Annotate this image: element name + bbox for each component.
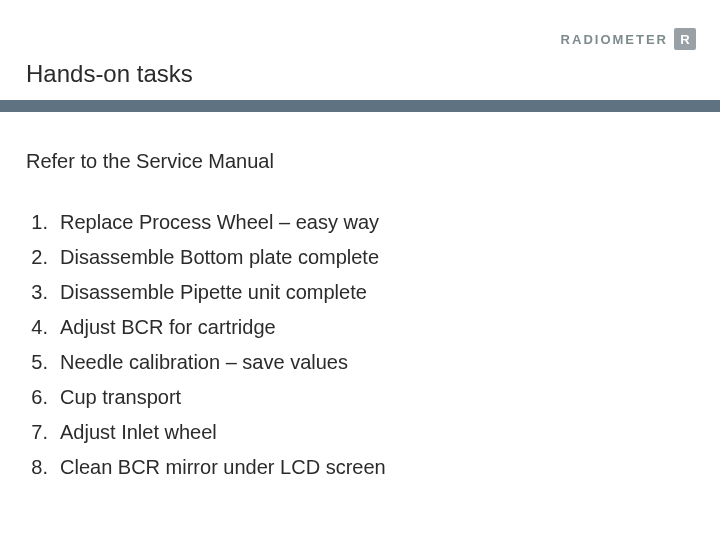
- task-items: Replace Process Wheel – easy way Disasse…: [60, 210, 386, 479]
- task-number: 3.: [31, 280, 48, 304]
- task-number: 7.: [31, 420, 48, 444]
- brand-logo: RADIOMETER R: [561, 28, 696, 50]
- divider: [0, 100, 720, 112]
- task-numbers: 1. 2. 3. 4. 5. 6. 7. 8.: [26, 210, 48, 479]
- slide: RADIOMETER R Hands-on tasks Refer to the…: [0, 0, 720, 540]
- brand-mark-icon: R: [674, 28, 696, 50]
- task-number: 8.: [31, 455, 48, 479]
- task-item: Adjust BCR for cartridge: [60, 315, 386, 339]
- task-item: Cup transport: [60, 385, 386, 409]
- task-item: Disassemble Pipette unit complete: [60, 280, 386, 304]
- task-number: 5.: [31, 350, 48, 374]
- subtitle: Refer to the Service Manual: [26, 150, 274, 173]
- task-item: Disassemble Bottom plate complete: [60, 245, 386, 269]
- task-list: 1. 2. 3. 4. 5. 6. 7. 8. Replace Process …: [26, 210, 386, 479]
- task-number: 6.: [31, 385, 48, 409]
- task-item: Adjust Inlet wheel: [60, 420, 386, 444]
- task-item: Needle calibration – save values: [60, 350, 386, 374]
- task-number: 4.: [31, 315, 48, 339]
- task-item: Replace Process Wheel – easy way: [60, 210, 386, 234]
- brand-name: RADIOMETER: [561, 32, 668, 47]
- task-item: Clean BCR mirror under LCD screen: [60, 455, 386, 479]
- task-number: 1.: [31, 210, 48, 234]
- page-title: Hands-on tasks: [26, 60, 193, 88]
- task-number: 2.: [31, 245, 48, 269]
